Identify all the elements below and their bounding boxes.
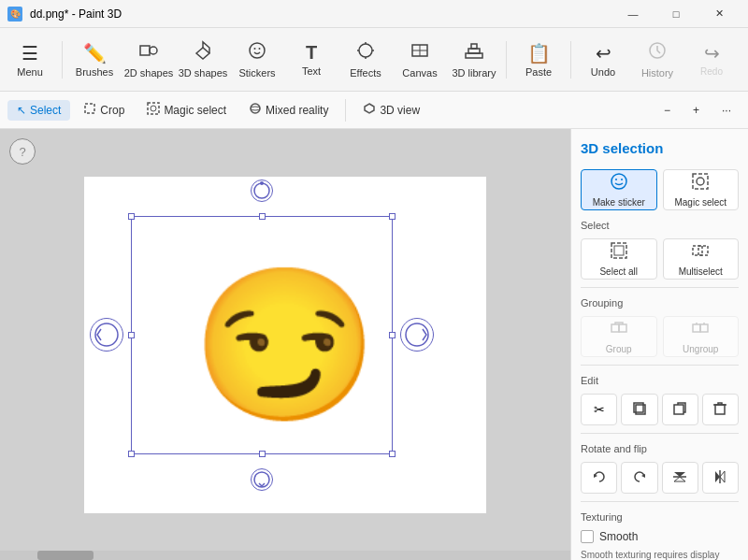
svg-rect-40 <box>700 324 708 332</box>
zoom-in-button[interactable]: + <box>683 100 709 121</box>
flip-vertical-button[interactable] <box>662 462 698 494</box>
menu-icon: ☰ <box>22 42 38 65</box>
toolbar-item-effects[interactable]: Effects <box>339 32 392 88</box>
toolbar-label-undo: Undo <box>591 66 615 78</box>
toolbar-item-stickers[interactable]: Stickers <box>231 32 283 88</box>
action-crop[interactable]: Crop <box>74 98 134 122</box>
delete-button[interactable] <box>702 394 739 425</box>
toolbar-item-history[interactable]: History <box>631 32 683 88</box>
close-button[interactable]: ✕ <box>698 0 741 28</box>
flip-horizontal-button[interactable] <box>702 462 739 494</box>
rotate-right-button[interactable] <box>621 462 657 494</box>
zoom-out-button[interactable]: − <box>654 100 680 121</box>
cut-button[interactable]: ✂ <box>581 394 617 425</box>
make-sticker-icon <box>610 172 628 194</box>
rotate-left-handle[interactable] <box>90 318 123 352</box>
panel-title: 3D selection <box>581 140 739 156</box>
app-icon: 🎨 <box>7 7 22 22</box>
svg-point-19 <box>151 106 156 111</box>
toolbar-separator-1 <box>62 41 63 79</box>
svg-marker-22 <box>365 104 374 113</box>
make-sticker-button[interactable]: Make sticker <box>581 169 657 210</box>
scrollbar-thumb[interactable] <box>37 551 94 560</box>
more-options-button[interactable]: ··· <box>712 100 741 121</box>
action-3d-view[interactable]: 3D view <box>353 98 429 122</box>
magic-select-button[interactable]: Magic select <box>663 169 740 210</box>
minimize-button[interactable]: — <box>611 0 654 28</box>
toolbar-item-text[interactable]: T Text <box>285 32 338 88</box>
maximize-button[interactable]: □ <box>654 0 698 28</box>
plus-icon: + <box>693 104 699 117</box>
smooth-row: Smooth <box>581 530 739 543</box>
smooth-description: Smooth texturing requires display qualit… <box>581 549 739 560</box>
toolbar-item-3d-shapes[interactable]: 3D shapes <box>177 32 229 88</box>
handle-top-left[interactable] <box>128 213 135 220</box>
divider-2 <box>581 365 739 366</box>
canvas-icon <box>410 40 430 65</box>
svg-rect-15 <box>471 44 477 49</box>
more-icon: ··· <box>722 104 731 117</box>
mixed-reality-label: Mixed reality <box>266 104 328 117</box>
canvas-scrollbar[interactable] <box>0 551 570 560</box>
smooth-checkbox[interactable] <box>581 530 594 543</box>
toolbar-item-menu[interactable]: ☰ Menu <box>4 32 56 88</box>
svg-point-5 <box>359 44 372 57</box>
toolbar-item-canvas[interactable]: Canvas <box>394 32 446 88</box>
undo-icon: ↩ <box>596 42 611 65</box>
svg-point-23 <box>254 183 269 198</box>
rotate-right-handle[interactable] <box>400 318 434 352</box>
smooth-label: Smooth <box>599 530 638 543</box>
3d-view-label: 3D view <box>380 104 420 117</box>
rotate-left-icon <box>591 468 608 488</box>
rotate-top-handle[interactable] <box>251 179 273 202</box>
3d-view-icon <box>363 102 376 118</box>
multiselect-button[interactable]: Multiselect <box>663 238 740 280</box>
rotate-bottom-handle[interactable] <box>251 468 273 491</box>
titlebar-title: dd.png* - Paint 3D <box>30 7 122 21</box>
handle-bottom-center[interactable] <box>259 451 266 457</box>
actionbar: ↖ Select Crop Magic select Mixed reality… <box>0 92 748 129</box>
toolbar-item-paste[interactable]: 📋 Paste <box>512 32 565 88</box>
toolbar-label-3d-library: 3D library <box>452 67 496 79</box>
toolbar-label-canvas: Canvas <box>402 67 437 79</box>
divider-4 <box>581 501 739 502</box>
main-area: ? 😏 <box>0 129 748 560</box>
toolbar-item-3d-library[interactable]: 3D library <box>448 32 500 88</box>
toolbar-item-redo[interactable]: ↪ Redo <box>685 32 738 88</box>
ungroup-label: Ungroup <box>683 344 718 354</box>
handle-bottom-left[interactable] <box>128 451 135 457</box>
toolbar-label-2d-shapes: 2D shapes <box>124 67 174 79</box>
make-sticker-label: Make sticker <box>593 197 645 208</box>
canvas-content: 😏 <box>84 177 486 513</box>
titlebar-controls[interactable]: — □ ✕ <box>611 0 741 28</box>
action-magic-select[interactable]: Magic select <box>137 98 236 122</box>
action-select[interactable]: ↖ Select <box>7 100 70 121</box>
toolbar-item-2d-shapes[interactable]: 2D shapes <box>122 32 175 88</box>
help-button[interactable]: ? <box>9 138 36 165</box>
action-mixed-reality[interactable]: Mixed reality <box>239 98 338 122</box>
toolbar-item-brushes[interactable]: ✏️ Brushes <box>68 32 121 88</box>
handle-middle-right[interactable] <box>389 332 396 338</box>
copy-button[interactable] <box>621 394 657 425</box>
svg-point-27 <box>406 323 428 346</box>
handle-middle-left[interactable] <box>128 332 135 338</box>
svg-point-26 <box>95 323 118 346</box>
toolbar-item-undo[interactable]: ↩ Undo <box>577 32 629 88</box>
2d-shapes-icon <box>138 40 159 65</box>
magic-select-panel-label: Magic select <box>674 197 726 208</box>
svg-rect-39 <box>693 324 700 332</box>
svg-rect-34 <box>614 246 624 255</box>
handle-top-center[interactable] <box>259 213 266 220</box>
handle-bottom-right[interactable] <box>389 451 396 457</box>
rotate-left-button[interactable] <box>581 462 617 494</box>
select-all-button[interactable]: Select all <box>581 238 657 280</box>
action-right: − + ··· <box>654 100 741 121</box>
ungroup-button[interactable]: Ungroup <box>663 316 740 357</box>
canvas-area[interactable]: ? 😏 <box>0 129 570 560</box>
svg-point-28 <box>611 174 626 189</box>
handle-top-right[interactable] <box>389 213 396 220</box>
action-separator <box>345 99 346 122</box>
group-button[interactable]: Group <box>581 316 657 357</box>
duplicate-button[interactable] <box>662 394 698 425</box>
svg-point-25 <box>254 472 269 487</box>
